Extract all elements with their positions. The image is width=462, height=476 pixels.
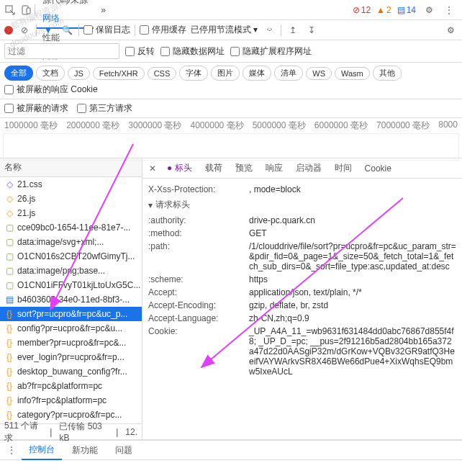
name-column-header[interactable]: 名称 (0, 158, 142, 177)
type-filter-JS[interactable]: JS (68, 67, 90, 80)
request-row[interactable]: {}ab?fr=pc&platform=pc (0, 379, 142, 393)
request-row[interactable]: ◇21.js (0, 206, 142, 220)
drawer-tabs: ⋮ 控制台新功能问题 (0, 440, 462, 460)
request-row[interactable]: ◇21.css (0, 177, 142, 192)
drawer-more-icon[interactable]: ⋮ (4, 443, 19, 457)
header-row: :authority:drive-pc.quark.cn (148, 214, 456, 227)
request-name: info?fr=pc&platform=pc (17, 395, 107, 405)
search-icon[interactable]: 🔍 (60, 23, 74, 37)
type-filter-Wasm[interactable]: Wasm (335, 67, 370, 80)
request-name: ever_login?pr=ucpro&fr=p... (17, 352, 124, 362)
warning-badge[interactable]: ▲ 2 (376, 5, 391, 15)
tab-源代码/来源[interactable]: 源代码/来源 (37, 0, 94, 9)
request-name: data:image/svg+xml;... (17, 237, 104, 247)
request-row[interactable]: ▢data:image/png;base... (0, 264, 142, 278)
detail-panel: ✕ ● 标头载荷预览响应启动器时间Cookie X-Xss-Protection… (142, 158, 462, 439)
settings-icon[interactable]: ⚙ (422, 3, 436, 17)
type-filter-文档[interactable]: 文档 (36, 66, 65, 81)
drawer-tab-控制台[interactable]: 控制台 (22, 441, 62, 460)
img-icon: ▢ (4, 237, 14, 247)
hide-data-urls-checkbox[interactable]: 隐藏数据网址 (160, 45, 225, 58)
detail-tab-响应[interactable]: 响应 (260, 159, 289, 177)
type-filter-WS[interactable]: WS (306, 67, 332, 80)
js-icon: ◇ (4, 194, 14, 204)
invert-checkbox[interactable]: 反转 (125, 45, 155, 58)
inspect-icon[interactable] (3, 3, 17, 17)
more-icon[interactable]: ⋮ (442, 3, 456, 17)
detail-tab-Cookie[interactable]: Cookie (359, 161, 397, 176)
type-filter-媒体[interactable]: 媒体 (243, 66, 271, 81)
request-row[interactable]: {}ever_login?pr=ucpro&fr=p... (0, 350, 142, 364)
header-key: Cookie: (148, 326, 249, 336)
preserve-log-checkbox[interactable]: 保留日志 (83, 24, 130, 36)
request-name: desktop_buwang_config?fr... (17, 367, 127, 377)
timeline[interactable]: 1000000 毫秒2000000 毫秒3000000 毫秒4000000 毫秒… (0, 118, 462, 158)
more-tabs[interactable]: » (95, 2, 112, 18)
detail-tab-启动器[interactable]: 启动器 (290, 159, 327, 177)
xhr-icon: {} (4, 338, 14, 348)
header-row: Cookie:_UP_A4A_11_=wb9631f631484dd0abc76… (148, 325, 456, 378)
wifi-icon[interactable]: ⌔ (262, 23, 276, 37)
request-name: O1CN01iFFvyT01kjLtoUxG5C... (17, 280, 140, 290)
request-row[interactable]: ▢cce09bc0-1654-11ee-81e7-... (0, 220, 142, 235)
header-row: :path:/1/clouddrive/file/sort?pr=ucpro&f… (148, 240, 456, 273)
clear-icon[interactable]: ⊘ (17, 23, 32, 37)
request-row[interactable]: ◇26.js (0, 192, 142, 206)
main-split: 名称 ◇21.css◇26.js◇21.js▢cce09bc0-1654-11e… (0, 158, 462, 440)
header-key: :method: (148, 228, 249, 238)
css-icon: ◇ (4, 179, 14, 189)
header-row: Accept-Encoding:gzip, deflate, br, zstd (148, 299, 456, 312)
third-party-checkbox[interactable]: 第三方请求 (77, 102, 132, 114)
record-button[interactable] (4, 26, 13, 35)
hide-ext-urls-checkbox[interactable]: 隐藏扩展程序网址 (230, 45, 312, 58)
xhr-icon: {} (4, 352, 14, 362)
detail-tab-预览[interactable]: 预览 (230, 159, 258, 177)
detail-tab-时间[interactable]: 时间 (329, 159, 358, 177)
type-filter-字体[interactable]: 字体 (179, 66, 208, 81)
drawer-tab-新功能[interactable]: 新功能 (65, 441, 105, 459)
close-detail-icon[interactable]: ✕ (145, 163, 160, 174)
detail-tab-载荷[interactable]: 载荷 (199, 159, 228, 177)
header-value: zh-CN,zh;q=0.9 (249, 313, 456, 323)
download-icon[interactable]: ↧ (304, 23, 319, 37)
filter-input[interactable] (4, 43, 119, 59)
disable-cache-checkbox[interactable]: 停用缓存 (140, 24, 186, 36)
request-list-panel: 名称 ◇21.css◇26.js◇21.js▢cce09bc0-1654-11e… (0, 158, 142, 439)
type-filter-图片[interactable]: 图片 (211, 66, 240, 81)
request-row[interactable]: ▢O1CN016s2CBT20wfGimyTj... (0, 249, 142, 264)
timeline-chart[interactable] (3, 133, 459, 161)
request-row[interactable]: ▢O1CN01iFFvyT01kjLtoUxG5C... (0, 278, 142, 292)
type-filter-其他[interactable]: 其他 (373, 66, 402, 81)
toolbar-settings-icon[interactable]: ⚙ (443, 23, 458, 37)
request-row[interactable]: ▢data:image/svg+xml;... (0, 235, 142, 249)
type-filter-Fetch/XHR[interactable]: Fetch/XHR (93, 67, 145, 80)
blocked-requests-checkbox[interactable]: 被屏蔽的请求 (4, 102, 68, 114)
header-key: :authority: (148, 215, 249, 225)
upload-icon[interactable]: ↥ (286, 23, 300, 37)
drawer-tab-问题[interactable]: 问题 (108, 441, 140, 459)
error-badge[interactable]: ⊘ 12 (353, 5, 371, 15)
header-row: Accept-Language:zh-CN,zh;q=0.9 (148, 312, 456, 325)
request-row[interactable]: {}member?pr=ucpro&fr=pc&... (0, 336, 142, 350)
device-icon[interactable] (19, 3, 33, 17)
type-filter-row: 全部文档JSFetch/XHRCSS字体图片媒体清单WSWasm其他 被屏蔽的响… (0, 63, 462, 99)
type-filter-CSS[interactable]: CSS (148, 67, 177, 80)
detail-tab-标头[interactable]: ● 标头 (161, 159, 198, 177)
badges: ⊘ 12 ▲ 2 ▤ 14 ⚙ ⋮ (353, 3, 459, 17)
header-key: Accept-Encoding: (148, 300, 249, 310)
type-filter-清单[interactable]: 清单 (274, 66, 303, 81)
request-row[interactable]: ▤b4603600-34e0-11ed-8bf3-... (0, 292, 142, 307)
request-row[interactable]: {}desktop_buwang_config?fr... (0, 364, 142, 379)
js-icon: ◇ (4, 208, 14, 218)
request-row[interactable]: {}config?pr=ucpro&fr=pc&u... (0, 321, 142, 336)
type-filter-全部[interactable]: 全部 (4, 66, 33, 81)
request-name: sort?pr=ucpro&fr=pc&uc_p... (17, 309, 127, 319)
request-headers-section[interactable]: ▾ 请求标头 (148, 196, 456, 214)
request-row[interactable]: {}info?fr=pc&platform=pc (0, 393, 142, 408)
info-badge[interactable]: ▤ 14 (397, 5, 416, 15)
blocked-cookies-checkbox[interactable]: 被屏蔽的响应 Cookie (4, 84, 98, 96)
filter-toggle-icon[interactable]: ▼ (41, 23, 55, 37)
img-icon: ▢ (4, 251, 14, 261)
throttling-select[interactable]: 已停用节流模式 ▾ (191, 24, 258, 36)
request-row[interactable]: {}sort?pr=ucpro&fr=pc&uc_p... (0, 307, 142, 321)
